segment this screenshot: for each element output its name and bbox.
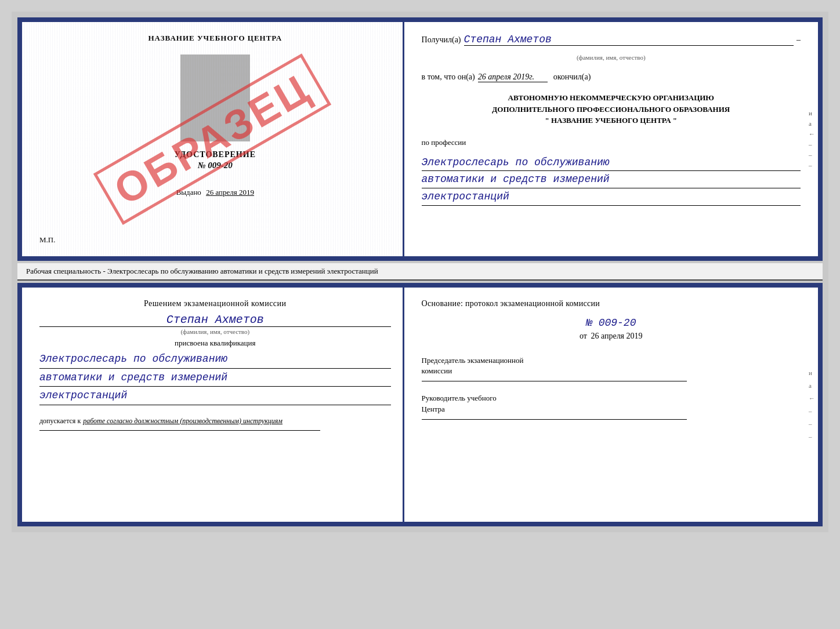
poluchil-row: Получил(а) Степан Ахметов – [422, 34, 801, 46]
bottom-right-panel: Основание: протокол экзаменационной коми… [404, 288, 818, 522]
org-block: АВТОНОМНУЮ НЕКОММЕРЧЕСКУЮ ОРГАНИЗАЦИЮ ДО… [422, 92, 801, 126]
bottom-left-panel: Решением экзаменационной комиссии Степан… [22, 288, 404, 522]
udostoverenie-label: УДОСТОВЕРЕНИЕ [175, 150, 256, 159]
dopuskaetsya-prefix: допускается к [39, 417, 81, 426]
vydano-label: Выдано [176, 188, 201, 197]
top-right-panel: Получил(а) Степан Ахметов – (фамилия, им… [404, 22, 818, 256]
bottom-right-side-deco: и а ← – – – [809, 369, 815, 440]
rukovoditel-line2: Центра [422, 404, 801, 415]
org-line1: АВТОНОМНУЮ НЕКОММЕРЧЕСКУЮ ОРГАНИЗАЦИЮ [422, 92, 801, 104]
predsedatel-line2: комиссии [422, 366, 801, 376]
top-org-name: НАЗВАНИЕ УЧЕБНОГО ЦЕНТРА [149, 34, 283, 43]
rukovoditel-line1: Руководитель учебного [422, 393, 801, 403]
resheniem-text: Решением экзаменационной комиссии [39, 299, 391, 308]
predsedatel-block: Председатель экзаменационной комиссии [422, 355, 801, 376]
org-line3: " НАЗВАНИЕ УЧЕБНОГО ЦЕНТРА " [422, 115, 801, 126]
bottom-fio-hint: (фамилия, имя, отчество) [39, 328, 391, 335]
dopuskaetsya-row: допускается к работе согласно должностны… [39, 417, 391, 426]
predsedatel-signature-line [422, 381, 687, 381]
top-left-panel: НАЗВАНИЕ УЧЕБНОГО ЦЕНТРА УДОСТОВЕРЕНИЕ №… [22, 22, 404, 256]
org-line2: ДОПОЛНИТЕЛЬНОГО ПРОФЕССИОНАЛЬНОГО ОБРАЗО… [422, 104, 801, 115]
poluchil-name: Степан Ахметов [464, 34, 794, 46]
photo-placeholder [180, 54, 250, 141]
profession-line1: Электрослесарь по обслуживанию [422, 154, 801, 172]
vtom-date: 26 апреля 2019г. [478, 72, 548, 82]
poluchil-dash: – [796, 35, 801, 45]
top-right-side-deco: и а ← – – – [809, 110, 815, 169]
prisvoena-text: присвоена квалификация [39, 339, 391, 348]
vydano-date: 26 апреля 2019 [206, 188, 254, 197]
okончил-text: окончил(а) [553, 72, 591, 82]
qual-line3: электростанций [39, 387, 391, 405]
rukovoditel-signature-line [422, 419, 687, 420]
predsedatel-line1: Председатель экзаменационной [422, 355, 801, 366]
poluchil-label: Получил(а) [422, 35, 461, 45]
top-fio-hint: (фамилия, имя, отчество) [422, 54, 801, 61]
protocol-number: № 009-20 [422, 317, 801, 329]
vydano-line: Выдано 26 апреля 2019 [176, 188, 254, 197]
profession-block: Электрослесарь по обслуживанию автоматик… [422, 154, 801, 206]
dopuskaetsya-italic: работе согласно должностным (производств… [83, 417, 283, 426]
vtom-label: в том, что он(а) [422, 72, 475, 82]
separator-text: Рабочая специальность - Электрослесарь п… [17, 263, 823, 281]
qualification-block: Электрослесарь по обслуживанию автоматик… [39, 350, 391, 405]
osnovanie-text: Основание: протокол экзаменационной коми… [422, 299, 801, 308]
po-professii: по профессии [422, 138, 801, 147]
qual-line2: автоматики и средств измерений [39, 369, 391, 387]
qual-line1: Электрослесарь по обслуживанию [39, 350, 391, 369]
mp-label: М.П. [39, 235, 55, 245]
ot-date-row: от 26 апреля 2019 [422, 332, 801, 341]
certificate-number: № 009-20 [198, 161, 233, 170]
bottom-person-name: Степан Ахметов [39, 313, 391, 327]
ot-label: от [580, 332, 587, 340]
rukovoditel-block: Руководитель учебного Центра [422, 393, 801, 414]
top-document: НАЗВАНИЕ УЧЕБНОГО ЦЕНТРА УДОСТОВЕРЕНИЕ №… [17, 17, 823, 261]
profession-line3: электростанций [422, 188, 801, 206]
ot-date: 26 апреля 2019 [591, 332, 642, 340]
bottom-document: Решением экзаменационной комиссии Степан… [17, 283, 823, 526]
vtom-row: в том, что он(а) 26 апреля 2019г. окончи… [422, 72, 801, 82]
profession-line2: автоматики и средств измерений [422, 171, 801, 188]
bottom-signature-line-left [39, 430, 320, 431]
